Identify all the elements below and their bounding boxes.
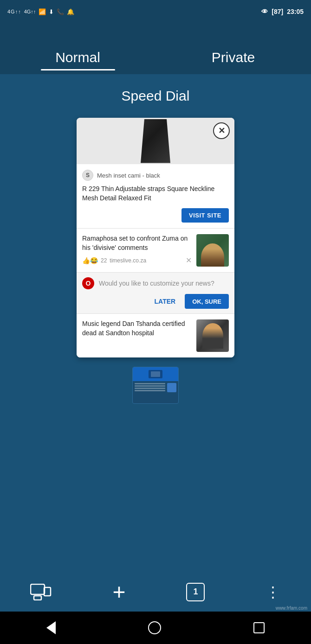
like-icon: 👍😂 xyxy=(82,257,98,264)
signal-4g-2-icon: 4G↑↑ xyxy=(24,9,36,14)
mini-thumb-content xyxy=(133,381,178,403)
tab-count-button[interactable]: 1 xyxy=(186,583,205,601)
recents-button[interactable] xyxy=(253,622,265,633)
mini-thumb-lines xyxy=(135,383,165,402)
opera-icon: O xyxy=(82,277,94,289)
status-bar-right: 👁 [87] 23:05 xyxy=(261,8,304,15)
menu-dots-icon: ⋮ xyxy=(266,585,280,599)
wifi-icon: 📶 xyxy=(39,8,46,15)
mini-thumb-img xyxy=(167,383,176,392)
status-bar-left: 4G↑↑ 4G↑↑ 📶 ⬇ 📞 🔔 xyxy=(7,8,74,15)
product-source: S Mesh inset cami - black xyxy=(82,170,229,181)
call-icon: 📞 xyxy=(57,8,64,15)
mini-thumb-top xyxy=(133,367,178,381)
product-image xyxy=(77,118,234,164)
music-article[interactable]: Music legend Dan Tshanda certified dead … xyxy=(77,313,234,357)
mini-line-3 xyxy=(135,388,165,389)
svg-rect-1 xyxy=(34,596,41,600)
news-article-1[interactable]: Ramaphosa set to confront Zuma on his 'd… xyxy=(77,228,234,272)
product-description: R 229 Thin Adjustable straps Square Neck… xyxy=(82,185,229,203)
back-icon xyxy=(46,621,56,634)
news-card: ✕ S Mesh inset cami - black R 229 Thin A… xyxy=(77,118,234,357)
download-icon: ⬇ xyxy=(49,8,54,15)
clock: 23:05 xyxy=(287,8,304,15)
news-article-1-meta: 👍😂 22 timeslive.co.za ✕ xyxy=(82,256,192,265)
tab-private-indicator xyxy=(196,69,271,70)
signal-4g-icon: 4G↑↑ xyxy=(7,9,21,14)
home-button[interactable] xyxy=(148,621,161,634)
news-article-1-headline: Ramaphosa set to confront Zuma on his 'd… xyxy=(82,234,192,252)
customize-prompt: Would you like to customize your news? xyxy=(99,280,229,287)
home-icon xyxy=(148,621,161,634)
tab-normal[interactable]: Normal xyxy=(0,50,156,74)
customize-section: O Would you like to customize your news?… xyxy=(77,272,234,313)
menu-button[interactable]: ⋮ xyxy=(266,585,280,599)
news-source: timeslive.co.za xyxy=(110,257,146,264)
visit-site-button[interactable]: VISIT SITE xyxy=(181,208,229,223)
tab-normal-indicator xyxy=(41,69,115,70)
tab-bar: Normal Private xyxy=(0,23,311,74)
device-sync-icon xyxy=(30,584,52,600)
device-icon-button[interactable] xyxy=(30,584,52,600)
product-info: S Mesh inset cami - black R 229 Thin Adj… xyxy=(77,164,234,228)
music-article-text: Music legend Dan Tshanda certified dead … xyxy=(82,319,192,352)
plus-icon: + xyxy=(112,581,125,603)
later-button[interactable]: LATER xyxy=(150,294,181,309)
ok-sure-button[interactable]: OK, SURE xyxy=(185,294,229,309)
eye-icon: 👁 xyxy=(261,8,268,15)
news-article-1-text: Ramaphosa set to confront Zuma on his 'd… xyxy=(82,234,192,267)
main-content: Speed Dial ✕ S Mesh inset cami - black R… xyxy=(0,74,311,418)
article-close-icon[interactable]: ✕ xyxy=(186,256,192,265)
battery-indicator: [87] xyxy=(272,8,283,15)
customize-buttons: LATER OK, SURE xyxy=(82,294,229,309)
news-article-1-thumbnail xyxy=(196,234,229,267)
product-image-placeholder xyxy=(137,119,174,163)
back-button[interactable] xyxy=(46,621,56,634)
product-source-name: Mesh inset cami - black xyxy=(97,172,160,179)
system-nav xyxy=(0,612,311,644)
bottom-nav: + 1 ⋮ xyxy=(0,572,311,612)
svg-rect-0 xyxy=(31,584,45,594)
add-tab-button[interactable]: + xyxy=(112,581,125,603)
notification-icon: 🔔 xyxy=(67,8,74,15)
close-card-button[interactable]: ✕ xyxy=(213,122,230,139)
tab-private-label: Private xyxy=(212,50,255,65)
like-count: 22 xyxy=(101,257,107,264)
mini-thumbnail[interactable] xyxy=(132,367,179,404)
tab-count-icon: 1 xyxy=(186,583,205,601)
speed-dial-title: Speed Dial xyxy=(122,88,190,104)
recents-icon xyxy=(253,622,265,633)
music-article-headline: Music legend Dan Tshanda certified dead … xyxy=(82,319,192,338)
tab-normal-label: Normal xyxy=(55,50,100,65)
product-source-icon: S xyxy=(82,170,93,181)
mini-line-1 xyxy=(135,383,165,384)
status-bar: 4G↑↑ 4G↑↑ 📶 ⬇ 📞 🔔 👁 [87] 23:05 xyxy=(0,0,311,23)
tab-private[interactable]: Private xyxy=(156,50,311,74)
watermark: www.frfam.com xyxy=(276,606,307,611)
customize-row: O Would you like to customize your news? xyxy=(82,277,229,289)
mini-line-2 xyxy=(135,385,165,387)
music-article-thumbnail xyxy=(196,319,229,352)
mini-line-4 xyxy=(135,390,165,391)
